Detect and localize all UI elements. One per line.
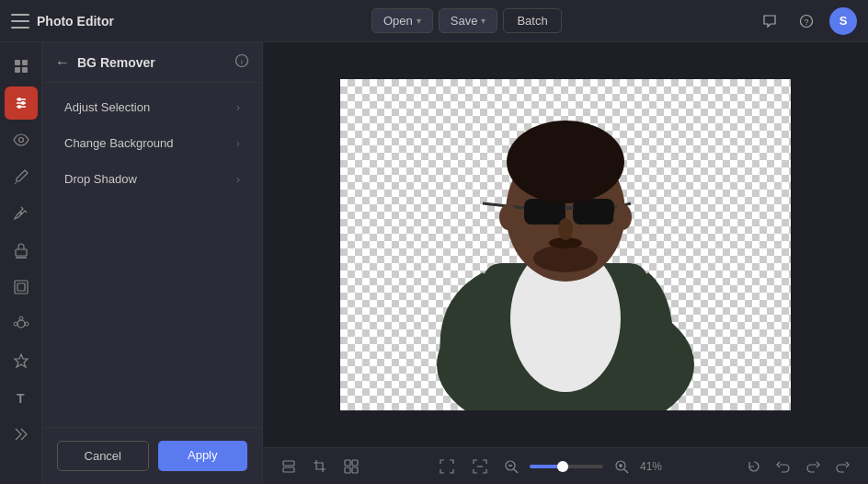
forward-icon[interactable]	[829, 454, 855, 479]
svg-rect-44	[345, 460, 350, 466]
panel-back-button[interactable]: ←	[55, 54, 70, 71]
svg-rect-47	[352, 467, 358, 473]
history-icon[interactable]	[741, 454, 767, 479]
redo-icon[interactable]	[800, 454, 826, 479]
batch-button[interactable]: Batch	[503, 8, 561, 33]
adjust-selection-arrow: ›	[236, 101, 240, 114]
svg-line-51	[514, 469, 518, 473]
sidebar-item-brush[interactable]	[5, 160, 38, 193]
panel-menu: Adjust Selection › Change Background › D…	[42, 83, 262, 203]
header-right: ? S	[756, 7, 857, 35]
bottom-toolbar-left	[276, 454, 364, 479]
svg-rect-33	[565, 206, 574, 210]
sidebar: T	[0, 42, 42, 484]
svg-point-12	[18, 138, 23, 143]
sidebar-item-text[interactable]: T	[5, 381, 38, 414]
header-left: Photo Editor	[11, 14, 114, 29]
sidebar-item-home[interactable]	[5, 50, 38, 83]
sidebar-item-objects[interactable]	[5, 307, 38, 340]
panel-header: ← BG Remover i	[42, 42, 262, 83]
svg-point-36	[507, 121, 624, 203]
main: T ← BG Remover i Adjust Selection	[0, 42, 868, 484]
change-background-arrow: ›	[236, 137, 240, 150]
panel-info-button[interactable]: i	[234, 53, 249, 71]
svg-point-38	[613, 204, 632, 230]
svg-point-37	[499, 204, 518, 230]
svg-rect-43	[283, 461, 294, 466]
menu-button[interactable]	[11, 14, 29, 29]
bottom-toolbar-center: 41%	[434, 454, 671, 479]
save-chevron: ▾	[481, 16, 485, 26]
svg-point-19	[19, 317, 23, 320]
svg-rect-5	[22, 67, 28, 73]
fit-screen-icon[interactable]	[434, 454, 460, 479]
person-silhouette	[340, 79, 791, 410]
panel-actions: Cancel Apply	[42, 427, 262, 484]
panel: ← BG Remover i Adjust Selection › Change…	[42, 42, 263, 484]
crop-icon[interactable]	[307, 454, 333, 479]
svg-point-21	[14, 322, 17, 326]
svg-point-13	[19, 213, 22, 215]
svg-rect-42	[283, 467, 294, 472]
app-title: Photo Editor	[37, 14, 114, 29]
bottom-toolbar: 41%	[263, 447, 868, 484]
sidebar-item-frames[interactable]	[5, 271, 38, 304]
svg-point-7	[17, 98, 21, 101]
zoom-in-button[interactable]	[611, 455, 633, 478]
sidebar-item-stamp[interactable]	[5, 234, 38, 267]
svg-marker-22	[15, 354, 28, 367]
canvas-image	[340, 79, 791, 410]
svg-rect-17	[17, 283, 25, 291]
zoom-slider-thumb[interactable]	[557, 461, 568, 472]
menu-item-change-background[interactable]: Change Background ›	[50, 126, 255, 160]
bottom-toolbar-right	[741, 454, 855, 479]
menu-item-adjust-selection[interactable]: Adjust Selection ›	[50, 90, 255, 124]
apply-button[interactable]: Apply	[158, 441, 248, 471]
sidebar-item-eye[interactable]	[5, 123, 38, 156]
svg-point-41	[558, 218, 573, 240]
svg-rect-4	[15, 67, 20, 73]
zoom-slider[interactable]	[530, 465, 603, 468]
canvas-area: 41%	[263, 42, 868, 484]
svg-rect-16	[15, 281, 28, 294]
svg-line-55	[624, 469, 628, 473]
header: Photo Editor Open ▾ Save ▾ Batch ? S	[0, 0, 868, 42]
svg-point-18	[17, 320, 25, 328]
svg-rect-46	[345, 467, 350, 473]
sidebar-item-effects[interactable]	[5, 344, 38, 377]
panel-title: BG Remover	[77, 55, 227, 70]
svg-text:i: i	[241, 58, 243, 66]
svg-rect-2	[15, 60, 20, 65]
grid-icon[interactable]	[338, 454, 364, 479]
avatar[interactable]: S	[829, 7, 857, 35]
svg-point-39	[533, 245, 598, 272]
layers-icon[interactable]	[276, 454, 302, 479]
svg-rect-3	[22, 60, 28, 65]
svg-rect-45	[352, 460, 358, 466]
sidebar-item-adjust[interactable]	[5, 86, 38, 120]
svg-point-11	[17, 105, 21, 109]
chat-icon[interactable]	[756, 7, 783, 35]
help-icon[interactable]: ?	[793, 7, 820, 35]
sidebar-item-pen[interactable]	[5, 197, 38, 230]
svg-point-9	[21, 101, 25, 105]
header-center: Open ▾ Save ▾ Batch	[371, 8, 562, 33]
svg-point-20	[25, 322, 29, 326]
sidebar-item-more[interactable]	[5, 418, 38, 451]
fit-width-icon[interactable]	[467, 454, 493, 479]
save-button[interactable]: Save ▾	[439, 8, 498, 33]
svg-rect-14	[16, 249, 27, 256]
cancel-button[interactable]: Cancel	[57, 441, 149, 471]
zoom-level: 41%	[640, 460, 671, 473]
svg-text:?: ?	[804, 17, 808, 27]
menu-item-drop-shadow[interactable]: Drop Shadow ›	[50, 162, 255, 196]
svg-rect-32	[573, 199, 614, 225]
open-button[interactable]: Open ▾	[371, 8, 433, 33]
svg-text:T: T	[17, 391, 25, 406]
undo-icon[interactable]	[771, 454, 796, 479]
zoom-out-button[interactable]	[500, 455, 522, 478]
drop-shadow-arrow: ›	[236, 173, 240, 186]
open-chevron: ▾	[417, 16, 421, 26]
canvas-viewport[interactable]	[263, 42, 868, 447]
